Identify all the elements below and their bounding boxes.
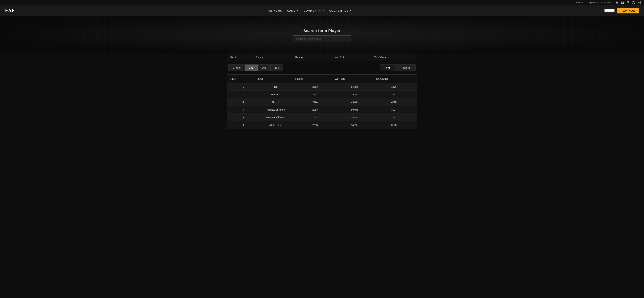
col-winrate: Win Rate [335, 77, 374, 80]
table-body: 1 Tex 2368 56.2% 1676 2 TURBO3 2134 35.3… [227, 83, 417, 129]
top-bar: Forums Support FAF Official Wiki AZ [0, 0, 644, 6]
upper-header-winrate: Win Rate [335, 56, 374, 59]
cell-winrate: 54.2% [335, 124, 374, 126]
upper-header-rating: Rating [295, 56, 335, 59]
filter-global[interactable]: Global [228, 65, 245, 71]
github-icon[interactable] [632, 1, 635, 5]
table-row[interactable]: 5 WoundedElkNoob 2042 53.4% 1572 [227, 114, 417, 121]
cell-winrate: 53.4% [335, 116, 374, 119]
table-header-row: Rank Player Rating Win Rate Total Games [227, 75, 417, 83]
nav-competitive[interactable]: COMPETITIVE ▼ [329, 9, 352, 12]
cell-winrate: 35.3% [335, 93, 374, 96]
nav-faf-news[interactable]: FAF NEWS [268, 9, 282, 12]
twitch-icon[interactable] [626, 1, 630, 5]
competitive-dropdown-icon: ▼ [350, 10, 352, 12]
cell-totalgames: 1676 [374, 85, 414, 88]
cell-rating: 2068 [295, 108, 335, 111]
cell-rating: 2124 [295, 101, 335, 104]
table-row[interactable]: 1 Tex 2368 56.2% 1676 [227, 83, 417, 91]
cell-rating: 2368 [295, 85, 335, 88]
community-dropdown-icon: ▼ [322, 10, 324, 12]
cell-rating: 2134 [295, 93, 335, 96]
table-row[interactable]: 4 JaggedAppliance 2068 50.0% 3007 [227, 106, 417, 114]
table-row[interactable]: 3 Swkoll 2124 49.4% 4010 [227, 98, 417, 106]
col-rank: Rank [230, 77, 256, 80]
cell-totalgames: 2827 [374, 93, 414, 96]
col-player: Player [256, 77, 295, 80]
nav-game[interactable]: GAME ▼ [287, 9, 299, 12]
main-content: Rank Player Rating Win Rate Total Games … [224, 53, 420, 136]
cell-player: JaggedAppliance [256, 108, 295, 111]
filter-1v1[interactable]: 1v1 [245, 65, 258, 71]
col-rating: Rating [295, 77, 335, 80]
nav-links: FAF NEWS GAME ▼ COMMUNITY ▼ COMPETITIVE … [268, 9, 352, 12]
play-now-button[interactable]: PLAY NOW [617, 8, 639, 14]
cell-player: White-Horse [256, 124, 295, 126]
cell-totalgames: 1572 [374, 116, 414, 119]
upper-header-player: Player [256, 56, 295, 59]
cell-player: Tex [256, 85, 295, 88]
cell-rank: 4 [230, 108, 256, 111]
cell-player: WoundedElkNoob [256, 116, 295, 119]
cell-totalgames: 4010 [374, 101, 414, 104]
support-link[interactable]: Support FAF [586, 2, 598, 4]
upper-header-totalgames: Total Games [374, 56, 414, 59]
filter-4v4[interactable]: 4v4 [270, 65, 283, 71]
social-icons: AZ [616, 1, 640, 5]
login-button[interactable]: LOGIN [604, 9, 614, 13]
translate-icon[interactable]: AZ [637, 1, 640, 5]
cell-rating: 2033 [295, 124, 335, 126]
cell-rank: 2 [230, 93, 256, 96]
cell-totalgames: 3007 [374, 108, 414, 111]
hero-section: Search for a Player [0, 16, 644, 53]
cell-player: TURBO3 [256, 93, 295, 96]
cell-totalgames: 3728 [374, 124, 414, 126]
navbar: FAF FAF NEWS GAME ▼ COMMUNITY ▼ COMPETIT… [0, 6, 644, 16]
mode-filters: Global 1v1 2v2 4v4 [228, 65, 283, 71]
cell-rating: 2042 [295, 116, 335, 119]
forums-link[interactable]: Forums [576, 2, 583, 4]
search-input[interactable] [293, 35, 351, 42]
nav-community[interactable]: COMMUNITY ▼ [304, 9, 324, 12]
cell-player: Swkoll [256, 101, 295, 104]
leaderboard-table: Rank Player Rating Win Rate Total Games … [227, 74, 417, 129]
cell-winrate: 49.4% [335, 101, 374, 104]
youtube-icon[interactable] [621, 1, 624, 5]
upper-table-header: Rank Player Rating Win Rate Total Games [227, 53, 417, 61]
table-row[interactable]: 2 TURBO3 2134 35.3% 2827 [227, 91, 417, 98]
logo[interactable]: FAF [5, 8, 15, 14]
discord-icon[interactable] [616, 1, 619, 5]
col-totalgames: Total Games [374, 77, 414, 80]
previous-button[interactable]: Previous [395, 65, 416, 71]
game-dropdown-icon: ▼ [297, 10, 299, 12]
cell-winrate: 50.0% [335, 108, 374, 111]
cell-rank: 5 [230, 116, 256, 119]
cell-rank: 3 [230, 101, 256, 104]
cell-winrate: 56.2% [335, 85, 374, 88]
filter-2v2[interactable]: 2v2 [258, 65, 270, 71]
upper-header-rank: Rank [230, 56, 256, 59]
table-row[interactable]: 6 White-Horse 2033 54.2% 3728 [227, 121, 417, 129]
wiki-link[interactable]: Official Wiki [602, 2, 612, 4]
pagination-controls: Next Previous [380, 65, 416, 71]
nav-right: LOGIN PLAY NOW [604, 8, 639, 14]
cell-rank: 1 [230, 85, 256, 88]
filter-row: Global 1v1 2v2 4v4 Next Previous [227, 65, 417, 71]
search-title: Search for a Player [304, 29, 340, 33]
cell-rank: 6 [230, 124, 256, 126]
next-button[interactable]: Next [380, 65, 395, 71]
